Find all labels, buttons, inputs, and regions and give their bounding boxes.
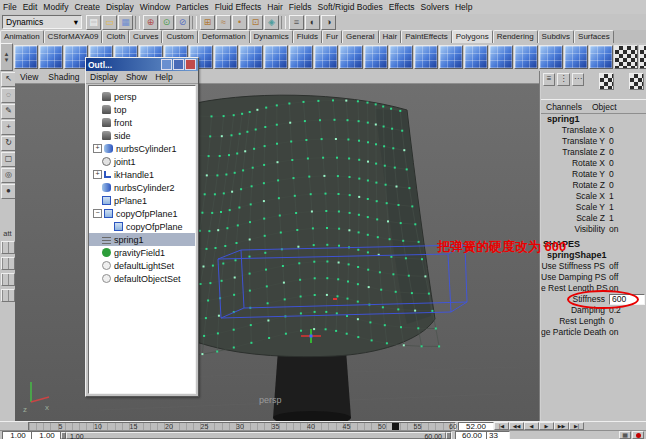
snap-point-icon[interactable]: •	[232, 15, 247, 30]
channel-value-field[interactable]: 0	[609, 180, 646, 191]
menu-item-help[interactable]: Help	[452, 2, 475, 12]
split-polygon-icon[interactable]	[589, 45, 613, 69]
channel-box-menu-channels[interactable]: Channels	[541, 102, 587, 112]
auto-keyframe-button[interactable]	[632, 431, 644, 439]
snap-grid-icon[interactable]: ⊞	[200, 15, 215, 30]
outliner-item-gravityfield1[interactable]: gravityField1	[89, 246, 195, 259]
outliner-item-spring1[interactable]: spring1	[89, 233, 195, 246]
channel-value-field[interactable]: 0	[609, 147, 646, 158]
channel-value-field[interactable]: 1	[609, 213, 646, 224]
layout-persp-outliner-button[interactable]	[1, 273, 15, 286]
outliner-item-defaultobjectset[interactable]: defaultObjectSet	[89, 272, 195, 285]
expander-minus-icon[interactable]: −	[93, 209, 102, 218]
expander-plus-icon[interactable]: +	[93, 144, 102, 153]
layout-persp-graph-button[interactable]	[1, 289, 15, 302]
select-component-icon[interactable]: ⊘	[175, 15, 190, 30]
render-icon[interactable]: ◐	[305, 15, 320, 30]
menu-item-window[interactable]: Window	[137, 2, 173, 12]
channel-value-field[interactable]: off	[609, 261, 646, 272]
viewport-menu-view[interactable]: View	[15, 72, 43, 82]
outliner-item-copyofpplane[interactable]: copyOfpPlane	[89, 220, 195, 233]
expander-plus-icon[interactable]: +	[93, 170, 102, 179]
outliner-item-copyofpplane1[interactable]: −copyOfpPlane1	[89, 207, 195, 220]
menu-item-edit[interactable]: Edit	[20, 2, 41, 12]
channel-value-field[interactable]: 0	[609, 169, 646, 180]
playback-start-field[interactable]: 1.00	[31, 431, 63, 439]
scale-tool-icon[interactable]: ▢	[1, 152, 16, 167]
combine-icon[interactable]	[389, 45, 413, 69]
swatch-checker-icon-2[interactable]	[629, 73, 644, 90]
poly-soccer-ball-icon[interactable]	[264, 45, 288, 69]
current-frame-marker[interactable]	[392, 423, 399, 430]
channel-value-field[interactable]: off	[609, 272, 646, 283]
layout-four-pane-button[interactable]	[1, 257, 15, 270]
outliner-item-nurbscylinder2[interactable]: nurbsCylinder2	[89, 181, 195, 194]
outliner-item-joint1[interactable]: joint1	[89, 155, 195, 168]
rotate-tool-icon[interactable]: ↻	[1, 136, 16, 151]
channel-value-field[interactable]: 0	[609, 136, 646, 147]
poly-sphere-icon[interactable]	[14, 45, 38, 69]
shelf-tab-polygons[interactable]: Polygons	[452, 30, 493, 43]
shelf-tab-painteffects[interactable]: PaintEffects	[401, 30, 452, 43]
channel-value-field[interactable]: 0	[609, 125, 646, 136]
poke-face-icon[interactable]	[514, 45, 538, 69]
menu-item-fluid-effects[interactable]: Fluid Effects	[212, 2, 265, 12]
channel-value-field[interactable]: 0	[609, 158, 646, 169]
channel-node-name[interactable]: spring1	[541, 114, 646, 125]
shelf-tab-custom[interactable]: Custom	[162, 30, 198, 43]
shelf-tab-fur[interactable]: Fur	[322, 30, 342, 43]
texture-checker-icon-1[interactable]	[614, 45, 638, 69]
outliner-item-side[interactable]: side	[89, 129, 195, 142]
range-slider-bar[interactable]: 1.00 60.00	[66, 432, 446, 439]
channel-value-field[interactable]: on	[609, 327, 646, 338]
channel-slider-icon[interactable]: ⋮	[557, 73, 569, 86]
attribute-editor-toggle[interactable]: att	[0, 229, 15, 238]
select-hierarchy-icon[interactable]: ⊕	[143, 15, 158, 30]
menu-item-effects[interactable]: Effects	[386, 2, 418, 12]
channel-value-field[interactable]: 600	[609, 294, 646, 305]
poly-platonic-icon[interactable]	[289, 45, 313, 69]
outliner-item-nurbscylinder1[interactable]: +nurbsCylinder1	[89, 142, 195, 155]
menu-item-file[interactable]: File	[0, 2, 20, 12]
make-live-icon[interactable]: ◈	[264, 15, 279, 30]
outliner-item-ikhandle1[interactable]: +ikHandle1	[89, 168, 195, 181]
menu-item-fields[interactable]: Fields	[286, 2, 315, 12]
show-manipulator-tool-icon[interactable]: ◎	[1, 168, 16, 183]
panel-close-icon[interactable]	[185, 59, 196, 70]
open-scene-icon[interactable]: ▭	[102, 15, 117, 30]
menu-set-dropdown[interactable]: Dynamics ▾	[2, 15, 82, 29]
snap-curve-icon[interactable]: ≈	[216, 15, 231, 30]
go-to-start-button[interactable]: |◀	[494, 422, 509, 430]
lasso-select-tool-icon[interactable]: ◌	[1, 88, 16, 103]
outliner-title-bar[interactable]: Outl...	[86, 58, 198, 71]
shelf-tab-hair[interactable]: Hair	[379, 30, 402, 43]
outliner-item-top[interactable]: top	[89, 103, 195, 116]
channel-value-field[interactable]: on	[609, 224, 646, 235]
step-back-frame-button[interactable]: ◀	[524, 422, 539, 430]
playback-end-field[interactable]: 60.00	[455, 431, 489, 439]
bevel-icon[interactable]	[339, 45, 363, 69]
channel-value-field[interactable]: 0	[609, 316, 646, 327]
construction-history-icon[interactable]: ≡	[289, 15, 304, 30]
menu-item-modify[interactable]: Modify	[40, 2, 71, 12]
texture-checker-icon-2[interactable]	[639, 45, 646, 69]
channel-value-field[interactable]: 0.2	[609, 305, 646, 316]
extrude-face-icon[interactable]	[314, 45, 338, 69]
poly-helix-icon[interactable]	[239, 45, 263, 69]
snap-view-icon[interactable]: ⊡	[248, 15, 263, 30]
outliner-item-front[interactable]: front	[89, 116, 195, 129]
select-object-icon[interactable]: ⊙	[159, 15, 174, 30]
save-scene-icon[interactable]: ▦	[118, 15, 133, 30]
poly-cube-icon[interactable]	[39, 45, 63, 69]
shelf-tab-deformation[interactable]: Deformation	[198, 30, 250, 43]
range-end-handle[interactable]	[446, 432, 451, 439]
animation-preferences-button[interactable]: ▦	[619, 431, 631, 439]
new-scene-icon[interactable]: ▤	[86, 15, 101, 30]
outliner-menu-help[interactable]: Help	[151, 72, 176, 82]
panel-menu-icon[interactable]	[161, 59, 172, 70]
shelf-tab-cloth[interactable]: Cloth	[102, 30, 129, 43]
range-slider-track[interactable]: 1.00 60.00	[60, 431, 452, 439]
poly-pipe-icon[interactable]	[214, 45, 238, 69]
duplicate-face-icon[interactable]	[564, 45, 588, 69]
select-tool-icon[interactable]: ↖	[1, 72, 16, 87]
